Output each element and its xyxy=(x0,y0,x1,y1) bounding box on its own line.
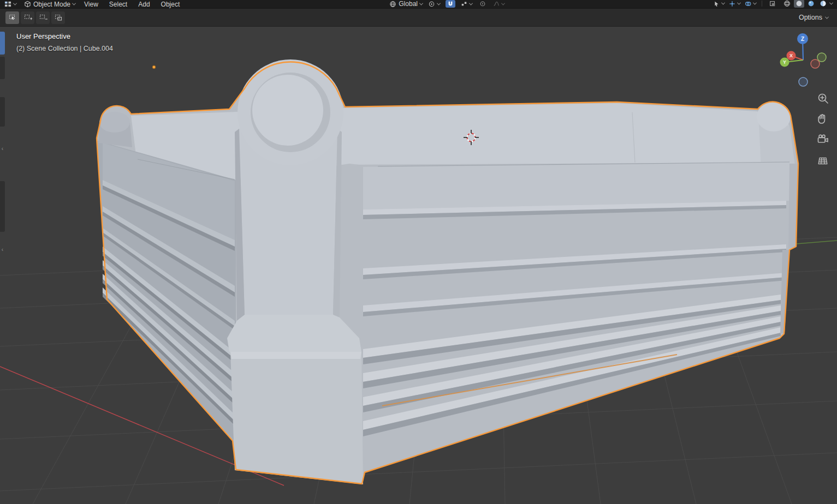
object-visibility-dropdown[interactable] xyxy=(713,1,725,7)
falloff-curve-icon xyxy=(493,1,500,7)
select-mode-group xyxy=(5,11,65,24)
chevron-down-icon xyxy=(419,1,423,5)
chevron-down-icon xyxy=(721,1,725,5)
select-mode-extend-button[interactable] xyxy=(21,11,34,24)
proportional-falloff-dropdown[interactable] xyxy=(493,1,504,7)
menu-add[interactable]: Add xyxy=(137,1,151,8)
mode-dropdown[interactable]: Object Mode xyxy=(24,1,75,8)
tool-group-1[interactable] xyxy=(0,57,5,79)
pivot-point-icon xyxy=(428,1,435,8)
shading-rendered-button[interactable] xyxy=(818,0,828,8)
shading-material-button[interactable] xyxy=(806,0,816,8)
gizmo-toggle-icon xyxy=(729,1,735,7)
topbar: Object Mode View Select Add Object Globa… xyxy=(0,0,837,8)
rendered-sphere-icon xyxy=(820,0,827,7)
pivot-point-dropdown[interactable] xyxy=(428,1,440,8)
chevron-down-icon xyxy=(825,15,829,19)
gizmo-y-neg-axis[interactable] xyxy=(817,53,826,62)
menu-bar: View Select Add Object xyxy=(83,1,181,8)
model-left-post xyxy=(98,112,132,147)
chevron-down-icon xyxy=(501,1,505,5)
tool-settings-bar: Options xyxy=(0,8,837,27)
chevron-down-icon xyxy=(469,1,473,5)
proportional-editing-toggle[interactable] xyxy=(478,0,488,8)
perspective-toggle-button[interactable] xyxy=(815,152,831,169)
mode-label: Object Mode xyxy=(33,1,70,8)
snap-settings-dropdown[interactable] xyxy=(461,1,472,7)
snap-target-icon xyxy=(461,1,467,7)
chevron-down-icon xyxy=(13,2,17,5)
solid-sphere-icon xyxy=(796,0,803,7)
scene-canvas[interactable] xyxy=(0,27,837,504)
expand-arrow-icon[interactable]: ‹ xyxy=(0,247,5,253)
camera-icon xyxy=(816,133,830,147)
proportional-circle-icon xyxy=(479,1,486,7)
wireframe-sphere-icon xyxy=(783,0,791,7)
chevron-down-icon xyxy=(72,2,76,5)
model-cylinder-disc xyxy=(252,75,323,146)
object-mode-cube-icon xyxy=(24,1,31,8)
expand-arrow-icon[interactable]: ‹ xyxy=(0,146,5,152)
material-sphere-icon xyxy=(808,0,815,7)
show-overlays-dropdown[interactable] xyxy=(745,1,756,7)
xray-icon xyxy=(769,1,776,7)
select-mode-subtract-button[interactable] xyxy=(36,11,50,24)
orthographic-grid-icon xyxy=(816,153,830,167)
separator xyxy=(762,1,762,7)
zoom-icon xyxy=(816,91,830,105)
xray-toggle[interactable] xyxy=(768,0,777,8)
viewport-3d[interactable]: User Perspective (2) Scene Collection | … xyxy=(0,27,837,504)
select-mode-intersect-button[interactable] xyxy=(51,11,65,24)
show-gizmo-dropdown[interactable] xyxy=(729,1,740,7)
gizmo-x-neg-axis[interactable] xyxy=(811,59,820,68)
gizmo-x-label: X xyxy=(789,53,793,58)
options-label: Options xyxy=(799,14,822,21)
shading-solid-button[interactable] xyxy=(794,0,804,8)
camera-view-button[interactable] xyxy=(815,131,831,148)
snap-toggle[interactable] xyxy=(446,0,455,8)
gizmo-z-neg-axis[interactable] xyxy=(799,77,808,86)
menu-select[interactable]: Select xyxy=(108,1,128,8)
magnet-icon xyxy=(447,1,454,7)
view-gizmo[interactable]: Z X Y xyxy=(776,32,830,87)
chevron-down-icon xyxy=(437,1,441,5)
chevron-down-icon xyxy=(829,1,833,5)
shading-wireframe-button[interactable] xyxy=(782,0,792,8)
orientation-globe-icon xyxy=(389,1,396,8)
editor-type-icon xyxy=(4,1,11,8)
options-dropdown[interactable]: Options xyxy=(796,12,832,23)
menu-view[interactable]: View xyxy=(83,1,99,8)
model-cube-004[interactable] xyxy=(97,59,798,484)
collapsed-toolbar-strip: ‹ ‹ xyxy=(0,27,5,504)
menu-object[interactable]: Object xyxy=(160,1,181,8)
gizmo-z-label: Z xyxy=(801,36,804,42)
zoom-button[interactable] xyxy=(815,90,831,106)
editor-type-dropdown[interactable] xyxy=(4,1,16,8)
active-tool-indicator[interactable] xyxy=(0,32,5,55)
chevron-down-icon xyxy=(737,1,741,5)
chevron-down-icon xyxy=(753,1,757,5)
shading-mode-group xyxy=(782,0,833,8)
pan-button[interactable] xyxy=(815,111,831,127)
transform-orientation-dropdown[interactable]: Global xyxy=(389,1,423,8)
overlays-icon xyxy=(745,1,751,7)
viewport-nav-tools xyxy=(815,90,831,169)
orientation-label: Global xyxy=(399,1,418,7)
selectability-cursor-icon xyxy=(713,1,720,7)
object-origin-point xyxy=(152,65,156,69)
tool-group-2[interactable] xyxy=(0,97,5,127)
hand-icon xyxy=(816,112,830,126)
tool-group-3[interactable] xyxy=(0,181,5,232)
gizmo-y-label: Y xyxy=(783,59,786,65)
select-mode-new-button[interactable] xyxy=(5,11,19,24)
